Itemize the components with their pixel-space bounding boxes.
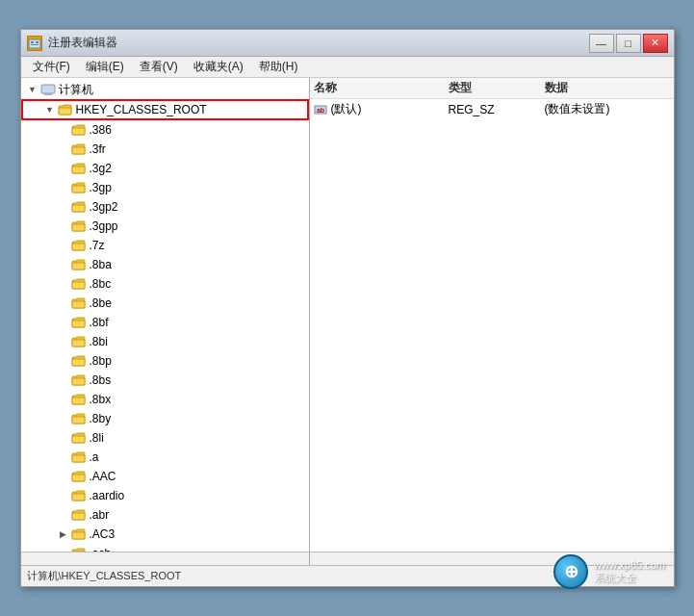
tree-item-6[interactable]: .7z — [21, 236, 309, 255]
tree-item-2[interactable]: .3g2 — [21, 159, 309, 178]
tree-item-10[interactable]: .8bf — [21, 313, 309, 332]
expand-icon-4[interactable] — [56, 199, 71, 215]
computer-icon — [40, 83, 56, 96]
expand-icon-16[interactable] — [56, 430, 71, 446]
right-pane: 名称 类型 数据 ab (默认) REG_SZ (数值未设置) — [310, 78, 674, 552]
folder-icon-21 — [71, 527, 87, 541]
right-row-name: ab (默认) — [314, 101, 449, 117]
tree-item-18[interactable]: .AAC — [21, 467, 309, 486]
reg-value-icon: ab — [314, 103, 327, 116]
expand-icon-1[interactable] — [56, 141, 71, 157]
menu-file[interactable]: 文件(F) — [25, 57, 78, 77]
expand-icon-10[interactable] — [56, 315, 71, 330]
tree-item-20[interactable]: .abr — [21, 505, 309, 525]
expand-icon-8[interactable] — [56, 276, 71, 292]
folder-icon-20 — [71, 508, 87, 522]
folder-icon-19 — [71, 489, 87, 502]
tree-label-18: .AAC — [90, 470, 116, 483]
folder-icon-4 — [71, 200, 87, 214]
tree-item-11[interactable]: .8bi — [21, 332, 309, 351]
folder-icon-14 — [71, 393, 87, 406]
folder-icon-11 — [71, 335, 87, 348]
expand-icon-9[interactable] — [56, 295, 71, 311]
tree-item-13[interactable]: .8bs — [21, 371, 309, 390]
expand-icon-6[interactable] — [56, 238, 71, 253]
tree-root-computer[interactable]: ▼ 计算机 — [21, 80, 309, 99]
expand-icon-17[interactable] — [56, 449, 71, 465]
close-button[interactable]: ✕ — [643, 34, 668, 53]
tree-label-8: .8bc — [90, 277, 112, 291]
watermark: ⊕ www.xp85.com 系统大全 — [553, 554, 665, 589]
tree-item-4[interactable]: .3gp2 — [21, 197, 309, 217]
folder-icon-22 — [71, 547, 87, 552]
tree-item-9[interactable]: .8be — [21, 294, 309, 313]
folder-icon-16 — [71, 431, 87, 445]
menu-edit[interactable]: 编辑(E) — [78, 57, 132, 77]
svg-rect-0 — [29, 39, 40, 48]
tree-label-3: .3gp — [90, 181, 112, 194]
expand-computer-icon[interactable]: ▼ — [25, 82, 40, 97]
expand-icon-2[interactable] — [56, 161, 71, 176]
tree-label-2: .3g2 — [90, 162, 112, 175]
tree-item-16[interactable]: .8li — [21, 428, 309, 448]
tree-item-19[interactable]: .aardio — [21, 486, 309, 505]
menu-view[interactable]: 查看(V) — [132, 57, 186, 77]
expand-icon-19[interactable] — [56, 488, 71, 503]
menu-favorites[interactable]: 收藏夹(A) — [186, 57, 251, 77]
tree-label-21: .AC3 — [90, 527, 116, 541]
maximize-button[interactable]: □ — [616, 34, 641, 53]
folder-icon-9 — [71, 296, 87, 310]
minimize-button[interactable]: — — [589, 34, 614, 53]
tree-item-8[interactable]: .8bc — [21, 274, 309, 294]
tree-item-0[interactable]: .386 — [21, 120, 309, 140]
tree-hscroll[interactable] — [21, 552, 310, 565]
folder-icon-15 — [71, 412, 87, 425]
tree-item-15[interactable]: .8by — [21, 409, 309, 428]
tree-item-3[interactable]: .3gp — [21, 178, 309, 197]
expand-icon-7[interactable] — [56, 257, 71, 272]
menu-help[interactable]: 帮助(H) — [251, 57, 306, 77]
col-header-data: 数据 — [545, 80, 670, 96]
svg-rect-3 — [31, 44, 39, 45]
expand-icon-5[interactable] — [56, 218, 71, 234]
tree-item-5[interactable]: .3gpp — [21, 217, 309, 236]
tree-label-11: .8bi — [90, 335, 108, 348]
tree-label-17: .a — [90, 450, 99, 464]
svg-rect-6 — [42, 86, 54, 92]
tree-label-14: .8bx — [90, 393, 112, 406]
tree-pane[interactable]: ▼ 计算机 ▼ H — [21, 78, 310, 552]
expand-icon-20[interactable] — [56, 507, 71, 523]
expand-icon-0[interactable] — [56, 122, 71, 138]
expand-icon-18[interactable] — [56, 469, 71, 484]
right-row-default[interactable]: ab (默认) REG_SZ (数值未设置) — [310, 99, 674, 119]
expand-icon-11[interactable] — [56, 334, 71, 349]
expand-icon-3[interactable] — [56, 180, 71, 195]
tree-item-14[interactable]: .8bx — [21, 390, 309, 409]
svg-rect-5 — [44, 93, 52, 95]
tree-item-22[interactable]: .acb — [21, 544, 309, 552]
tree-item-hkey-classes-root[interactable]: ▼ HKEY_CLASSES_ROOT — [21, 99, 309, 120]
tree-item-21[interactable]: ▶ .AC3 — [21, 525, 309, 544]
right-row-data: (数值未设置) — [545, 101, 670, 117]
expand-hkcr-icon[interactable]: ▼ — [42, 102, 58, 117]
expand-icon-15[interactable] — [56, 411, 71, 426]
expand-icon-12[interactable] — [56, 353, 71, 369]
hkcr-folder-icon — [58, 103, 73, 116]
app-icon — [27, 36, 42, 51]
status-text: 计算机\HKEY_CLASSES_ROOT — [27, 569, 182, 583]
tree-item-12[interactable]: .8bp — [21, 351, 309, 371]
tree-item-17[interactable]: .a — [21, 448, 309, 467]
tree-item-1[interactable]: .3fr — [21, 140, 309, 159]
expand-icon-21[interactable]: ▶ — [56, 526, 71, 542]
tree-item-7[interactable]: .8ba — [21, 255, 309, 274]
folder-icon-6 — [71, 239, 87, 252]
window-title: 注册表编辑器 — [48, 35, 117, 51]
expand-icon-14[interactable] — [56, 392, 71, 407]
title-bar: 注册表编辑器 — □ ✕ — [21, 30, 674, 57]
folder-icon-17 — [71, 450, 87, 464]
default-value-name: (默认) — [331, 101, 362, 117]
tree-sub-items: .386 .3fr .3g2 .3gp .3gp2 .3gpp .7z .8ba… — [21, 120, 309, 552]
tree-label-6: .7z — [90, 239, 105, 252]
tree-label-5: .3gpp — [90, 219, 118, 233]
expand-icon-13[interactable] — [56, 372, 71, 388]
